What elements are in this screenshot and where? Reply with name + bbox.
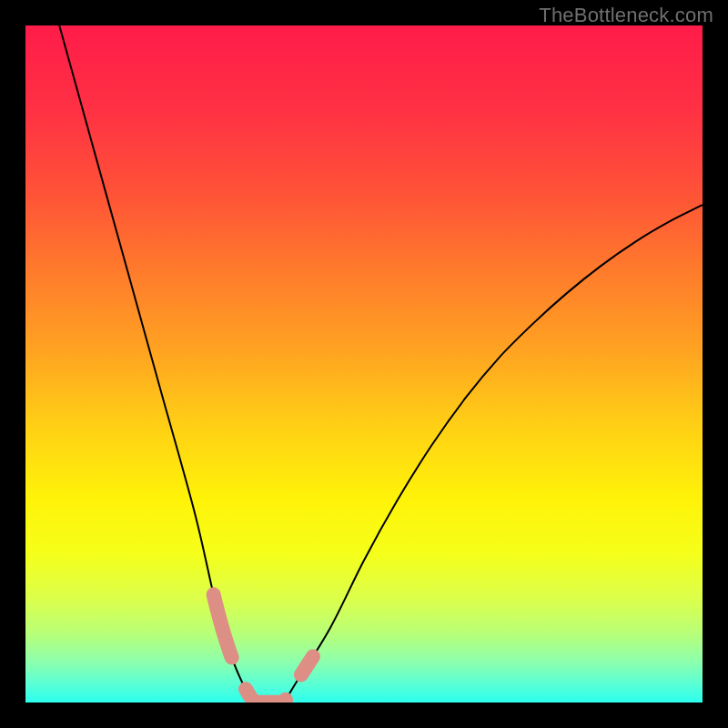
curve-marker-segment [214, 594, 232, 657]
curve-markers [214, 594, 313, 702]
chart-overlay [25, 25, 703, 703]
bottleneck-chart [25, 25, 703, 703]
curve-marker-segment [301, 656, 313, 674]
bottleneck-curve [59, 25, 703, 703]
curve-marker-segment [246, 689, 286, 702]
watermark-text: TheBottleneck.com [539, 4, 713, 27]
